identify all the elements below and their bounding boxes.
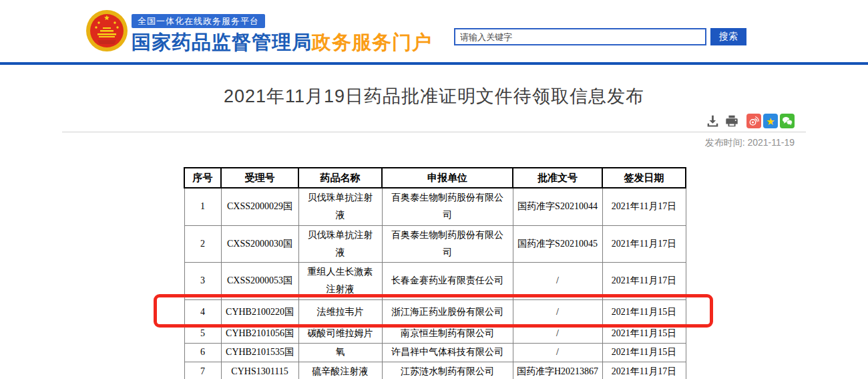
site-brand-link[interactable]: 全国一体化在线政务服务平台 国家药品监督管理局政务服务门户 bbox=[85, 9, 432, 56]
table-cell: CXSS2000053国 bbox=[221, 262, 298, 299]
site-title: 国家药品监督管理局政务服务门户 bbox=[132, 29, 432, 56]
print-icon[interactable] bbox=[724, 114, 739, 128]
table-cell: 2 bbox=[184, 225, 221, 262]
table-cell: 国药准字H20213867 bbox=[513, 362, 602, 379]
brand-text: 全国一体化在线政务服务平台 国家药品监督管理局政务服务门户 bbox=[132, 9, 432, 56]
table-cell: 7 bbox=[184, 362, 221, 379]
column-header: 受理号 bbox=[221, 168, 298, 188]
table-cell: 1 bbox=[184, 188, 221, 225]
table-cell: CXSS2000030国 bbox=[221, 225, 298, 262]
download-icon[interactable] bbox=[705, 114, 720, 128]
table-cell: 重组人生长激素注射液 bbox=[298, 262, 382, 299]
weibo-share-icon[interactable] bbox=[746, 114, 761, 128]
table-cell: / bbox=[513, 299, 602, 324]
publish-time: 发布时间: 2021-11-19 bbox=[705, 137, 795, 149]
table-cell: 南京恒生制药有限公司 bbox=[382, 324, 513, 343]
table-cell: CXSS2000029国 bbox=[221, 188, 298, 225]
table-cell: CYHB2101535国 bbox=[221, 343, 298, 362]
table-row: 1CXSS2000029国贝伐珠单抗注射液百奥泰生物制药股份有限公司国药准字S2… bbox=[184, 188, 686, 225]
article-title: 2021年11月19日药品批准证明文件待领取信息发布 bbox=[0, 84, 868, 108]
table-cell: 3 bbox=[184, 262, 221, 299]
table-cell: 2021年11月15日 bbox=[602, 324, 686, 343]
table-cell: 碳酸司维拉姆片 bbox=[298, 324, 382, 343]
column-header: 签发日期 bbox=[602, 168, 686, 188]
table-row: 5CYHB2101056国碳酸司维拉姆片南京恒生制药有限公司/2021年11月1… bbox=[184, 324, 686, 343]
approval-table: 序号受理号药品名称申报单位批准文号签发日期 1CXSS2000029国贝伐珠单抗… bbox=[184, 167, 686, 379]
table-cell: 6 bbox=[184, 343, 221, 362]
table-row: 2CXSS2000030国贝伐珠单抗注射液百奥泰生物制药股份有限公司国药准字S2… bbox=[184, 225, 686, 262]
site-name: 国家药品监督管理局 bbox=[132, 31, 312, 53]
table-cell: 2021年11月15日 bbox=[602, 343, 686, 362]
table-cell: CYHB2101056国 bbox=[221, 324, 298, 343]
search-button[interactable]: 搜索 bbox=[710, 28, 746, 45]
table-cell: 2021年11月17日 bbox=[602, 188, 686, 225]
content-divider bbox=[62, 132, 806, 132]
column-header: 批准文号 bbox=[513, 168, 602, 188]
table-cell: 江苏涟水制药有限公司 bbox=[382, 362, 513, 379]
table-row: 7CYHS1301115硫辛酸注射液江苏涟水制药有限公司国药准字H2021386… bbox=[184, 362, 686, 379]
table-cell: 5 bbox=[184, 324, 221, 343]
publish-time-label: 发布时间: bbox=[705, 137, 745, 148]
table-cell: 长春金赛药业有限责任公司 bbox=[382, 262, 513, 299]
table-cell: 百奥泰生物制药股份有限公司 bbox=[382, 225, 513, 262]
table-cell: 硫辛酸注射液 bbox=[298, 362, 382, 379]
table-cell: 国药准字S20210045 bbox=[513, 225, 602, 262]
table-body: 1CXSS2000029国贝伐珠单抗注射液百奥泰生物制药股份有限公司国药准字S2… bbox=[184, 188, 686, 379]
table-row: 3CXSS2000053国重组人生长激素注射液长春金赛药业有限责任公司/2021… bbox=[184, 262, 686, 299]
page: 全国一体化在线政务服务平台 国家药品监督管理局政务服务门户 搜索 2021年11… bbox=[0, 0, 868, 379]
table-cell: / bbox=[513, 343, 602, 362]
publish-time-value: 2021-11-19 bbox=[747, 137, 795, 148]
header-rule bbox=[0, 62, 868, 65]
wechat-share-icon[interactable] bbox=[780, 114, 795, 128]
table-header-row: 序号受理号药品名称申报单位批准文号签发日期 bbox=[184, 168, 686, 188]
column-header: 药品名称 bbox=[298, 168, 382, 188]
table-cell: 2021年11月17日 bbox=[602, 225, 686, 262]
table-cell: 氧 bbox=[298, 343, 382, 362]
search-input[interactable] bbox=[454, 28, 706, 45]
table-cell: 4 bbox=[184, 299, 221, 324]
table-cell: 2021年11月17日 bbox=[602, 362, 686, 379]
table-cell: 2021年11月15日 bbox=[602, 299, 686, 324]
table-cell: CYHS1301115 bbox=[221, 362, 298, 379]
column-header: 申报单位 bbox=[382, 168, 513, 188]
share-toolbar: ★ bbox=[705, 114, 795, 128]
table-cell: 国药准字S20210044 bbox=[513, 188, 602, 225]
column-header: 序号 bbox=[184, 168, 221, 188]
table-cell: 浙江海正药业股份有限公司 bbox=[382, 299, 513, 324]
table-cell: / bbox=[513, 262, 602, 299]
table-cell: 贝伐珠单抗注射液 bbox=[298, 225, 382, 262]
portal-name: 政务服务门户 bbox=[312, 31, 432, 53]
national-emblem-logo bbox=[85, 9, 128, 52]
table-cell: / bbox=[513, 324, 602, 343]
table-row: 6CYHB2101535国氧许昌祥中气体科技有限公司/2021年11月15日 bbox=[184, 343, 686, 362]
site-header: 全国一体化在线政务服务平台 国家药品监督管理局政务服务门户 搜索 bbox=[0, 0, 868, 62]
table-cell: 许昌祥中气体科技有限公司 bbox=[382, 343, 513, 362]
table-cell: 2021年11月17日 bbox=[602, 262, 686, 299]
qzone-share-icon[interactable]: ★ bbox=[763, 114, 778, 128]
table-cell: 贝伐珠单抗注射液 bbox=[298, 188, 382, 225]
table-cell: CYHB2100220国 bbox=[221, 299, 298, 324]
table-cell: 法维拉韦片 bbox=[298, 299, 382, 324]
platform-badge: 全国一体化在线政务服务平台 bbox=[132, 14, 265, 28]
table-cell: 百奥泰生物制药股份有限公司 bbox=[382, 188, 513, 225]
table-row: 4CYHB2100220国法维拉韦片浙江海正药业股份有限公司/2021年11月1… bbox=[184, 299, 686, 324]
